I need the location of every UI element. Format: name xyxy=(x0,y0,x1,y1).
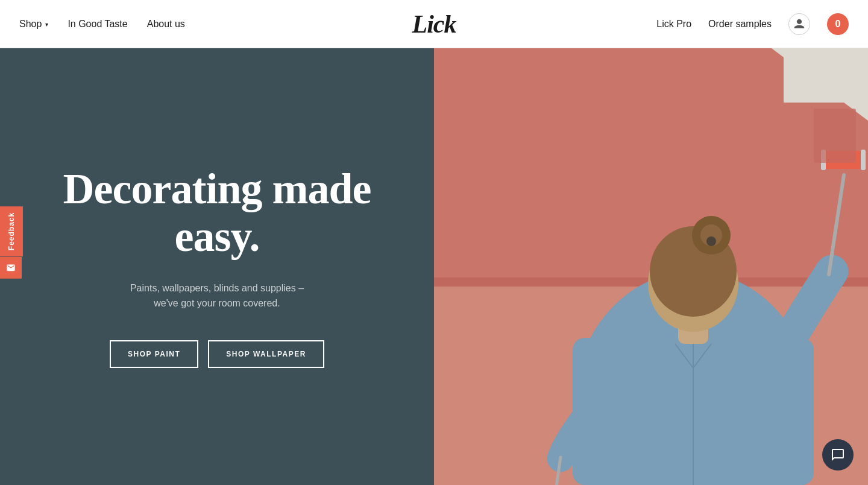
feedback-sidebar: Feedback xyxy=(0,206,23,279)
user-account-button[interactable] xyxy=(788,13,810,35)
order-samples-nav-item[interactable]: Order samples xyxy=(708,19,772,30)
site-logo[interactable]: Lick xyxy=(412,10,456,39)
about-us-nav-item[interactable]: About us xyxy=(147,19,185,30)
chat-button[interactable] xyxy=(822,439,854,471)
shop-wallpaper-button[interactable]: SHOP WALLPAPER xyxy=(208,340,324,368)
svg-rect-19 xyxy=(814,109,856,163)
header-left-nav: Shop ▾ In Good Taste About us xyxy=(19,19,185,30)
svg-rect-18 xyxy=(861,150,866,170)
chevron-down-icon: ▾ xyxy=(45,21,48,28)
lick-pro-nav-item[interactable]: Lick Pro xyxy=(656,19,691,30)
feedback-mail-button[interactable] xyxy=(0,257,22,279)
svg-rect-3 xyxy=(784,48,868,103)
in-good-taste-nav-item[interactable]: In Good Taste xyxy=(68,19,127,30)
mail-icon xyxy=(6,263,16,273)
header: Shop ▾ In Good Taste About us Lick Lick … xyxy=(0,0,868,48)
hero-right-panel xyxy=(434,48,868,485)
hero-heading: Decorating made easy. xyxy=(63,165,371,261)
hero-buttons: SHOP PAINT SHOP WALLPAPER xyxy=(110,340,324,368)
shop-paint-button[interactable]: SHOP PAINT xyxy=(110,340,198,368)
hero-subtext: Paints, wallpapers, blinds and supplies … xyxy=(121,281,313,311)
hero-left-panel: Decorating made easy. Paints, wallpapers… xyxy=(0,48,434,485)
feedback-button[interactable]: Feedback xyxy=(0,206,23,256)
hero-image xyxy=(434,48,868,485)
cart-button[interactable]: 0 xyxy=(827,13,849,35)
header-right-nav: Lick Pro Order samples 0 xyxy=(656,13,849,35)
shop-nav-item[interactable]: Shop ▾ xyxy=(19,19,48,30)
svg-point-14 xyxy=(706,236,716,246)
shop-label: Shop xyxy=(19,19,42,30)
hero-section: Decorating made easy. Paints, wallpapers… xyxy=(0,48,868,485)
chat-icon xyxy=(831,448,845,462)
user-icon xyxy=(793,18,805,30)
